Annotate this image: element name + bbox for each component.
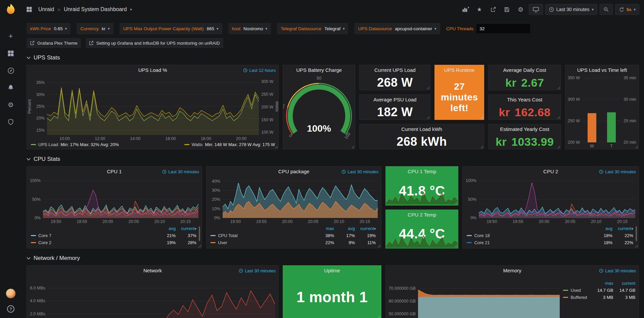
grafana-logo-icon[interactable] — [4, 3, 18, 17]
panel-current-load-kwh: Current Load kWh 268 kWh — [359, 124, 484, 149]
legend-sort-current[interactable]: current▾ — [176, 226, 196, 231]
legend-row[interactable]: Core 2118%22% — [467, 239, 633, 246]
panel-time-override[interactable]: Last 12 hours — [243, 68, 276, 73]
section-network-memory[interactable]: Network / Memory — [27, 255, 639, 262]
refresh-button[interactable]: 5s ▾ — [615, 4, 639, 15]
legend-item[interactable]: WattsMin: 148 W Max: 278 W Avg: 175 W — [184, 142, 275, 147]
legend-item[interactable]: UPS LoadMin: 17% Max: 32% Avg: 20% — [31, 142, 119, 147]
legend-sort-avg[interactable]: avg — [155, 226, 176, 231]
svg-text:20:00: 20:00 — [102, 219, 113, 224]
configuration-gear-icon[interactable]: ⚙ — [7, 101, 15, 109]
cpu-package-chart[interactable]: 40%30%20%10%0%19:5019:5520:0020:0520:102… — [206, 177, 381, 225]
panel-time-override[interactable]: Last 30 minutes — [239, 268, 276, 273]
apps-grid-icon[interactable] — [24, 4, 35, 15]
legend-row[interactable]: Used14.7 GB14.7 GB — [563, 287, 635, 294]
network-memory-row: Network Last 30 minutes 6.0 MBs4.0 MBs2.… — [27, 265, 639, 318]
cpu1-chart[interactable]: 100%50%0%19:5019:5520:0020:0520:1020:15 — [27, 177, 202, 225]
svg-text:20%: 20% — [36, 116, 45, 121]
zoom-out-icon — [603, 7, 609, 12]
panel-title[interactable]: UPS Battery Charge — [283, 65, 355, 75]
sidebar: + ⚙ ? — [0, 0, 21, 318]
legend-row[interactable]: Core 219%28% — [31, 239, 196, 246]
svg-text:0: 0 — [288, 134, 293, 138]
legend-sort-current[interactable]: current — [613, 281, 635, 286]
navbar-actions: ★ ⚙ Last 30 minutes ▾ — [460, 4, 639, 15]
clock-icon — [599, 170, 603, 174]
svg-text:35 min: 35 min — [624, 76, 636, 80]
breadcrumb-folder[interactable]: Unraid — [38, 6, 54, 12]
time-range-picker[interactable]: Last 30 minutes ▾ — [545, 4, 597, 15]
panel-time-override[interactable]: Last 30 minutes — [162, 169, 199, 174]
chevron-down-icon — [27, 158, 31, 161]
legend-sort-current[interactable]: current▾ — [612, 226, 633, 231]
legend-scrollbar[interactable] — [636, 226, 637, 241]
svg-text:T: T — [610, 144, 613, 148]
link-ups-monitoring-guide[interactable]: Setting up Grafana and InfluxDB for UPS … — [86, 38, 223, 48]
section-ups-stats[interactable]: UPS Stats — [27, 54, 639, 61]
svg-text:19:50: 19:50 — [51, 219, 61, 224]
section-cpu-stats[interactable]: CPU Stats — [27, 156, 639, 163]
svg-text:20:15: 20:15 — [180, 219, 191, 224]
ups-cost-stats: Average Daily Cost kr2.67 This Years Cos… — [488, 65, 561, 149]
svg-text:20:00: 20:00 — [282, 219, 292, 224]
svg-text:20: 20 — [283, 103, 286, 109]
svg-text:300 W: 300 W — [261, 79, 273, 84]
legend: avgcurrent▾ Core 721%37% Core 219%28% — [27, 225, 202, 248]
alerting-bell-icon[interactable] — [7, 84, 15, 92]
legend-scrollbar[interactable] — [199, 226, 200, 241]
stat-value: kr1033.99 — [489, 134, 561, 149]
svg-text:6.0 MBs: 6.0 MBs — [30, 286, 45, 290]
cpu-threads-input[interactable] — [476, 24, 530, 33]
ups-load-chart[interactable]: 35%30%25%20%15%300 W250 W200 W150 W100 W… — [27, 75, 278, 142]
chevron-down-icon: ▾ — [343, 27, 345, 31]
cpu2-chart[interactable]: 100%50%0%19:5019:5520:0020:0520:1020:15 — [463, 177, 639, 225]
series-color-swatch — [184, 144, 189, 145]
cycle-view-button[interactable] — [529, 4, 543, 15]
svg-text:18:00: 18:00 — [201, 136, 211, 141]
legend-row[interactable]: Buffered3 MB3 MB — [563, 294, 635, 301]
panel-ups-battery-charge: UPS Battery Charge 02050100100% — [283, 65, 355, 149]
svg-text:16:00: 16:00 — [165, 136, 176, 141]
svg-text:14:00: 14:00 — [130, 136, 140, 141]
stat-value: kr162.68 — [489, 105, 561, 120]
save-icon[interactable] — [501, 4, 513, 15]
add-panel-icon[interactable] — [460, 4, 471, 15]
chevron-down-icon: ▾ — [108, 27, 110, 31]
svg-text:0%: 0% — [214, 216, 220, 220]
ups-vs-time-chart[interactable]: 350 W300 W250 W200 W35 min30 min25 min20… — [565, 75, 639, 149]
settings-gear-icon[interactable]: ⚙ — [515, 4, 526, 15]
help-icon[interactable]: ? — [7, 305, 14, 313]
panel-cpu2-temp: CPU 2 Temp 44.4 °C — [385, 210, 458, 249]
stat-value: 27 minutes left! — [435, 75, 484, 120]
legend-row[interactable]: Core 1818%22% — [467, 232, 633, 239]
explore-compass-icon[interactable] — [7, 66, 15, 75]
zoom-out-button[interactable] — [600, 4, 613, 15]
create-plus-icon[interactable]: + — [7, 32, 15, 40]
ups-stats-row: UPS Load % Last 12 hours 35%30%25%20%15%… — [27, 65, 639, 149]
panel-time-override[interactable]: Last 30 minutes — [341, 169, 378, 174]
svg-text:60.000000 GB: 60.000000 GB — [389, 299, 416, 304]
star-icon[interactable]: ★ — [474, 4, 485, 15]
sparkline — [386, 191, 458, 205]
content: Unraid > Unraid System Dashboard ▾ ★ ⚙ — [21, 0, 644, 318]
panel-cpu1: CPU 1 Last 30 minutes 100%50%0%19:5019:5… — [27, 166, 202, 248]
svg-text:0%: 0% — [35, 216, 41, 220]
legend-sort-current[interactable]: current▾ — [355, 226, 376, 231]
panel-title[interactable]: UPS Load % — [27, 65, 278, 75]
link-grafana-plex-theme[interactable]: Grafana Plex Theme — [27, 38, 81, 48]
memory-chart[interactable]: 70.000000 GB60.000000 GB50.000000 GB — [386, 276, 563, 318]
svg-text:300 W: 300 W — [568, 97, 580, 102]
legend-row[interactable]: User22%9%11% — [211, 239, 376, 246]
share-icon[interactable] — [488, 4, 499, 15]
legend-row[interactable]: CPU Total38%17%19% — [211, 232, 376, 239]
panel-time-override[interactable]: Last 30 minutes — [599, 169, 636, 174]
network-chart[interactable]: 6.0 MBs4.0 MBs2.0 MBs — [27, 276, 278, 318]
panel-time-override[interactable]: Last 30 minutes — [599, 268, 636, 273]
dashboards-grid-icon[interactable] — [7, 49, 15, 57]
chevron-down-icon[interactable]: ▾ — [130, 7, 132, 12]
legend-row[interactable]: Core 721%37% — [31, 232, 196, 239]
breadcrumb: Unraid > Unraid System Dashboard ▾ — [24, 4, 132, 15]
user-avatar[interactable] — [6, 288, 16, 299]
server-admin-shield-icon[interactable] — [7, 118, 15, 126]
page-title[interactable]: Unraid System Dashboard — [64, 6, 127, 12]
